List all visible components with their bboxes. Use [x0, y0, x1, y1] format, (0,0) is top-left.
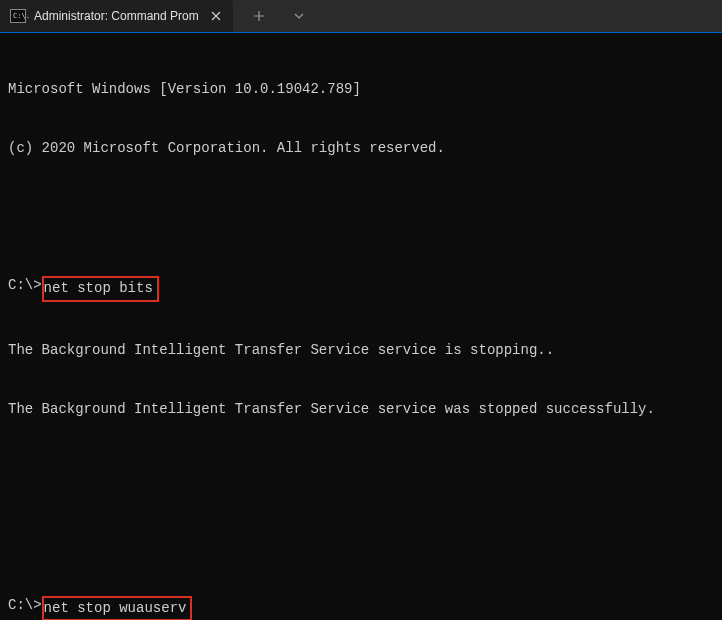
cmd-icon: C:\. [10, 9, 26, 23]
output-line: The Background Intelligent Transfer Serv… [8, 341, 718, 361]
title-bar-buttons [233, 0, 317, 32]
copyright-line: (c) 2020 Microsoft Corporation. All righ… [8, 139, 718, 159]
command-highlight: net stop bits [42, 276, 159, 302]
terminal-tab[interactable]: C:\. Administrator: Command Prom [0, 0, 233, 32]
command-line: C:\>net stop wuauserv [8, 596, 718, 620]
new-tab-button[interactable] [241, 0, 277, 32]
output-line: The Background Intelligent Transfer Serv… [8, 400, 718, 420]
terminal-output[interactable]: Microsoft Windows [Version 10.0.19042.78… [0, 32, 722, 620]
version-line: Microsoft Windows [Version 10.0.19042.78… [8, 80, 718, 100]
tab-title: Administrator: Command Prom [34, 9, 199, 23]
title-bar: C:\. Administrator: Command Prom [0, 0, 722, 32]
close-tab-button[interactable] [207, 7, 225, 25]
dropdown-button[interactable] [281, 0, 317, 32]
prompt: C:\> [8, 276, 42, 296]
prompt: C:\> [8, 596, 42, 616]
command-highlight: net stop wuauserv [42, 596, 193, 620]
command-line: C:\>net stop bits [8, 276, 718, 302]
